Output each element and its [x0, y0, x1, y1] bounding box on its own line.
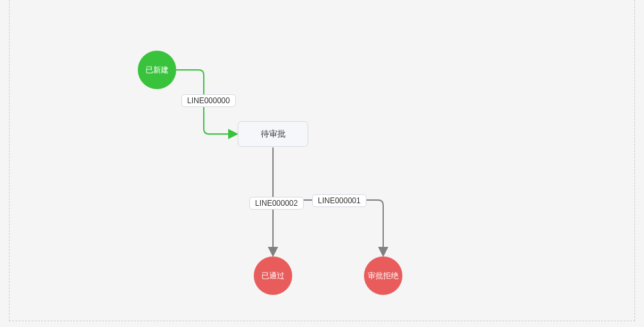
edge-line1: [295, 200, 383, 256]
node-approved[interactable]: 已通过: [254, 256, 292, 295]
edges-layer: [0, 0, 644, 327]
edge-label-line1[interactable]: LINE000001: [312, 194, 367, 207]
node-pending-label: 待审批: [261, 128, 286, 140]
edge-label-line2[interactable]: LINE000002: [249, 197, 304, 210]
node-start[interactable]: 已新建: [138, 51, 176, 89]
node-pending[interactable]: 待审批: [238, 121, 308, 147]
workflow-diagram: LINE000000 LINE000002 LINE000001 已新建 待审批…: [0, 0, 644, 327]
node-rejected-label: 审批拒绝: [368, 271, 399, 280]
edge-label-line0[interactable]: LINE000000: [181, 94, 236, 107]
node-start-label: 已新建: [145, 65, 169, 74]
node-rejected[interactable]: 审批拒绝: [364, 256, 402, 295]
node-approved-label: 已通过: [261, 271, 285, 280]
